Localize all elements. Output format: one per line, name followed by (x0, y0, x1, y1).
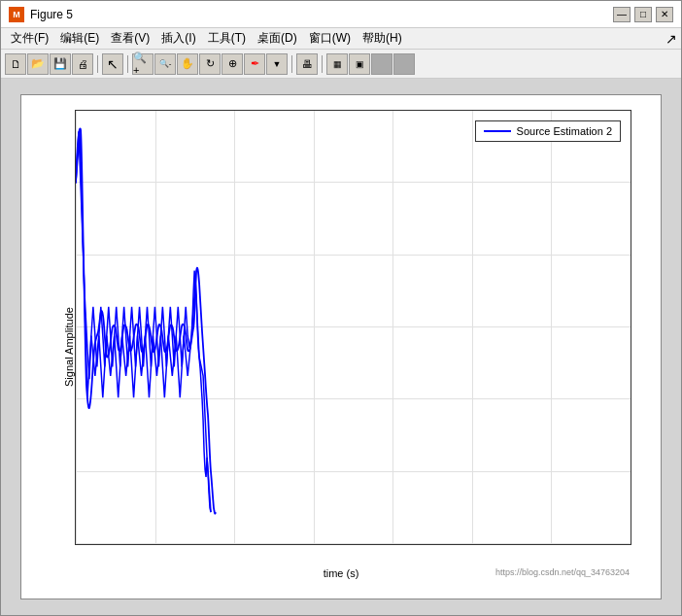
plot-container: Signal Amplitude (20, 94, 662, 599)
file-toolbar-group: 🗋 📂 💾 🖨 (5, 53, 93, 75)
close-button[interactable]: ✕ (656, 7, 673, 22)
minimize-button[interactable]: — (613, 7, 631, 22)
data-cursor-button[interactable]: ⊕ (222, 53, 243, 75)
signal-chart-realistic (76, 111, 631, 544)
zoom-in-button[interactable]: 🔍+ (132, 53, 153, 75)
title-bar: M Figure 5 — □ ✕ (1, 1, 681, 28)
plot-area: -2 -1 0 1 2 3 4 0 20 40 60 80 100 120 14… (75, 110, 631, 545)
new-button[interactable]: 🗋 (5, 53, 26, 75)
x-axis-label: time (s) (324, 567, 359, 579)
toolbar: 🗋 📂 💾 🖨 ↖ 🔍+ 🔍- ✋ ↻ ⊕ ✒ ▼ 🖶 ▦ ▣ (1, 50, 681, 79)
window-title: Figure 5 (30, 8, 613, 21)
window-controls: — □ ✕ (613, 7, 673, 22)
menu-edit[interactable]: 编辑(E) (54, 29, 105, 48)
print2-button[interactable]: 🖶 (296, 53, 318, 75)
brush-button[interactable]: ✒ (244, 53, 265, 75)
y-axis-label: Signal Amplitude (63, 307, 75, 387)
menu-desktop[interactable]: 桌面(D) (252, 29, 303, 48)
menu-window[interactable]: 窗口(W) (303, 29, 357, 48)
legend-label: Source Estimation 2 (517, 125, 612, 137)
zoom-out-button[interactable]: 🔍- (154, 53, 176, 75)
gray-btn2[interactable] (393, 53, 415, 75)
legend-line-icon (484, 130, 511, 132)
toolbar-separator-2 (127, 55, 128, 73)
view-toolbar-group: ▦ ▣ (326, 53, 415, 75)
cursor-button[interactable]: ↖ (102, 53, 123, 75)
main-window: M Figure 5 — □ ✕ 文件(F) 编辑(E) 查看(V) 插入(I)… (0, 0, 682, 616)
save-button[interactable]: 💾 (50, 53, 71, 75)
toolbar-separator-4 (322, 55, 323, 73)
maximize-button[interactable]: □ (634, 7, 652, 22)
menu-view[interactable]: 查看(V) (105, 29, 155, 48)
tile-button[interactable]: ▦ (326, 53, 348, 75)
content-area: Signal Amplitude (1, 79, 681, 615)
print2-toolbar-group: 🖶 (296, 53, 318, 75)
print-button[interactable]: 🖨 (72, 53, 93, 75)
menu-bar: 文件(F) 编辑(E) 查看(V) 插入(I) 工具(T) 桌面(D) 窗口(W… (1, 28, 681, 50)
gray-btn1[interactable] (371, 53, 392, 75)
zoom-toolbar-group: 🔍+ 🔍- ✋ ↻ ⊕ ✒ ▼ (132, 53, 288, 75)
rotate-button[interactable]: ↻ (199, 53, 221, 75)
pan-button[interactable]: ✋ (177, 53, 198, 75)
toolbar-separator-3 (291, 55, 292, 73)
open-button[interactable]: 📂 (27, 53, 49, 75)
color-button[interactable]: ▼ (266, 53, 288, 75)
realistic-signal-path (76, 128, 216, 513)
menu-file[interactable]: 文件(F) (5, 29, 54, 48)
menu-help[interactable]: 帮助(H) (357, 29, 408, 48)
view2-button[interactable]: ▣ (349, 53, 370, 75)
toolbar-separator-1 (97, 55, 98, 73)
grid-v-140 (631, 111, 631, 544)
legend-box: Source Estimation 2 (475, 120, 621, 142)
watermark: https://blog.csdn.net/qq_34763204 (495, 567, 630, 577)
menu-tools[interactable]: 工具(T) (202, 29, 252, 48)
menu-insert[interactable]: 插入(I) (155, 29, 201, 48)
cursor-toolbar-group: ↖ (102, 53, 123, 75)
menu-arrow-icon: ↗ (665, 31, 677, 47)
app-icon: M (9, 7, 24, 22)
